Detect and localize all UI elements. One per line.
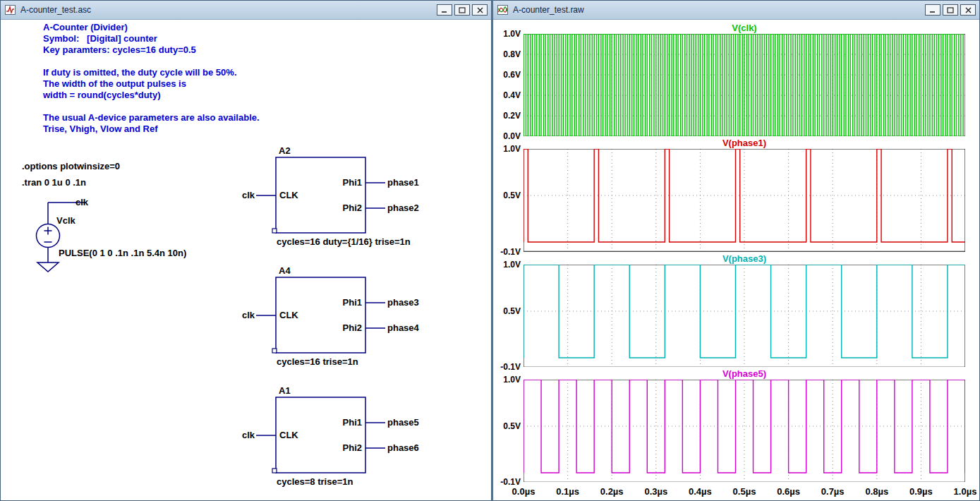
net-label-clk-A4[interactable]: clk <box>228 310 255 320</box>
comment-line-7[interactable] <box>43 101 260 112</box>
comment-line-4[interactable]: If duty is omitted, the duty cycle will … <box>43 67 260 78</box>
designator-A4[interactable]: A4 <box>279 265 291 276</box>
x-tick-label: 0.2µs <box>600 486 624 497</box>
x-axis[interactable]: 0.0µs0.1µs0.2µs0.3µs0.4µs0.5µs0.6µs0.7µs… <box>524 483 965 500</box>
pin-label-phi2-A2[interactable]: Phi2 <box>322 203 362 213</box>
counter-symbol-A2[interactable] <box>256 157 385 233</box>
waveform-file-icon[interactable] <box>497 4 509 16</box>
y-tick-label: 1.0V <box>493 30 521 38</box>
comment-line-1[interactable]: Symbol: [Digital] counter <box>43 33 260 44</box>
pin-label-phi1-A1[interactable]: Phi1 <box>322 417 362 428</box>
net-label-phase3[interactable]: phase3 <box>387 297 419 308</box>
close-button[interactable] <box>472 4 488 16</box>
trace-title[interactable]: V(phase5) <box>524 368 965 379</box>
x-tick-label: 0.9µs <box>909 486 933 497</box>
window-controls <box>435 4 488 16</box>
trace-V(phase1) <box>524 149 965 242</box>
schematic-canvas[interactable]: A-Counter (Divider)Symbol: [Digital] cou… <box>1 20 491 500</box>
pane-svg <box>524 380 965 482</box>
designator-A2[interactable]: A2 <box>279 145 291 156</box>
counter-symbol-A4[interactable] <box>256 277 385 353</box>
pane-border <box>524 149 965 251</box>
minimize-button[interactable] <box>437 4 452 16</box>
spice-directive-options[interactable]: .options plotwinsize=0 <box>22 161 120 171</box>
close-icon <box>477 7 483 13</box>
pane-svg <box>524 34 965 136</box>
net-label-phase6[interactable]: phase6 <box>387 442 419 453</box>
y-tick-label: 0.6V <box>493 71 521 79</box>
pin-label-clk-A4[interactable]: CLK <box>279 310 298 320</box>
pin-label-clk-A1[interactable]: CLK <box>279 430 298 440</box>
spice-directive-tran[interactable]: .tran 0 1u 0 .1n <box>22 177 86 188</box>
counter-symbol-A1[interactable] <box>256 397 385 473</box>
plot-canvas-2[interactable]: 1.0V0.5V-0.1V <box>524 149 965 251</box>
maximize-icon <box>459 7 466 13</box>
net-label-phase2[interactable]: phase2 <box>387 203 419 213</box>
y-tick-label: 0.5V <box>493 422 521 430</box>
waveform-window: A-counter_test.raw V(clk)1.0V0.8V0.6V0.4… <box>492 0 980 501</box>
maximize-icon <box>947 7 954 13</box>
comment-line-6[interactable]: width = round(cycles*duty) <box>43 90 260 101</box>
net-label-clk[interactable]: clk <box>75 197 88 207</box>
comment-line-0[interactable]: A-Counter (Divider) <box>43 22 260 33</box>
plots-area: V(clk)1.0V0.8V0.6V0.4V0.2V0.0VV(phase1)1… <box>493 23 979 483</box>
ground-symbol[interactable] <box>37 262 59 272</box>
comment-line-5[interactable]: The width of the output pulses is <box>43 78 260 90</box>
trace-title[interactable]: V(phase1) <box>524 138 965 148</box>
comment-line-8[interactable]: The usual A-device parameters are also a… <box>43 112 260 123</box>
counter-params-A2[interactable]: cycles=16 duty={1/16} trise=1n <box>277 236 411 247</box>
trace-V(phase5) <box>524 380 965 473</box>
pane-border <box>524 380 965 482</box>
pin-marker <box>272 229 277 233</box>
counter-params-A1[interactable]: cycles=8 trise=1n <box>277 476 353 487</box>
plot-pane-1: V(clk)1.0V0.8V0.6V0.4V0.2V0.0V <box>493 23 979 138</box>
designator-A1[interactable]: A1 <box>279 385 291 396</box>
comment-line-3[interactable] <box>43 56 260 67</box>
minimize-icon <box>441 7 448 13</box>
comment-line-9[interactable]: Trise, Vhigh, Vlow and Ref <box>43 123 260 135</box>
minimize-icon <box>929 7 936 13</box>
pin-label-phi2-A4[interactable]: Phi2 <box>322 322 362 333</box>
net-label-phase5[interactable]: phase5 <box>387 417 419 428</box>
y-tick-label: -0.1V <box>493 478 521 486</box>
voltage-source-symbol[interactable] <box>37 203 85 272</box>
trace-V(phase3) <box>524 265 965 358</box>
x-tick-label: 0.4µs <box>689 486 712 497</box>
y-tick-label: 1.0V <box>493 145 521 153</box>
counter-params-A4[interactable]: cycles=16 trise=1n <box>277 356 358 367</box>
waveform-area: V(clk)1.0V0.8V0.6V0.4V0.2V0.0VV(phase1)1… <box>493 20 979 500</box>
net-label-clk-A1[interactable]: clk <box>228 430 255 440</box>
minimize-button[interactable] <box>925 4 940 16</box>
pane-svg <box>524 149 965 251</box>
close-button[interactable] <box>960 4 976 16</box>
net-label-phase4[interactable]: phase4 <box>387 322 419 333</box>
pin-label-phi1-A4[interactable]: Phi1 <box>322 297 362 308</box>
plot-canvas-1[interactable]: 1.0V0.8V0.6V0.4V0.2V0.0V <box>524 34 965 136</box>
net-label-clk-A2[interactable]: clk <box>228 190 255 200</box>
y-tick-label: 0.5V <box>493 191 521 200</box>
plot-canvas-3[interactable]: 1.0V0.5V-0.1V <box>524 265 965 367</box>
maximize-button[interactable] <box>454 4 470 16</box>
y-tick-label: 1.0V <box>493 260 521 269</box>
net-label-phase1[interactable]: phase1 <box>387 177 419 188</box>
maximize-button[interactable] <box>943 4 958 16</box>
comment-line-2[interactable]: Key paramters: cycles=16 duty=0.5 <box>43 44 260 56</box>
y-tick-label: 0.8V <box>493 50 521 59</box>
schematic-file-icon[interactable] <box>4 4 16 16</box>
pin-label-phi1-A2[interactable]: Phi1 <box>322 177 362 188</box>
pin-label-phi2-A1[interactable]: Phi2 <box>322 442 362 453</box>
pin-marker <box>272 469 277 473</box>
x-tick-label: 0.6µs <box>777 486 800 497</box>
trace-V(clk) <box>524 34 965 136</box>
trace-title[interactable]: V(clk) <box>524 23 965 33</box>
source-value-label[interactable]: PULSE(0 1 0 .1n .1n 5.4n 10n) <box>59 248 186 258</box>
y-tick-label: 0.2V <box>493 111 521 120</box>
comment-block[interactable]: A-Counter (Divider)Symbol: [Digital] cou… <box>43 22 260 135</box>
pin-label-clk-A2[interactable]: CLK <box>279 190 298 200</box>
plot-canvas-4[interactable]: 1.0V0.5V-0.1V <box>524 380 965 482</box>
pane-svg <box>524 265 965 367</box>
trace-title[interactable]: V(phase3) <box>524 253 965 264</box>
waveform-titlebar[interactable]: A-counter_test.raw <box>493 1 979 20</box>
source-name-label[interactable]: Vclk <box>56 215 75 226</box>
schematic-titlebar[interactable]: A-counter_test.asc <box>1 1 491 20</box>
